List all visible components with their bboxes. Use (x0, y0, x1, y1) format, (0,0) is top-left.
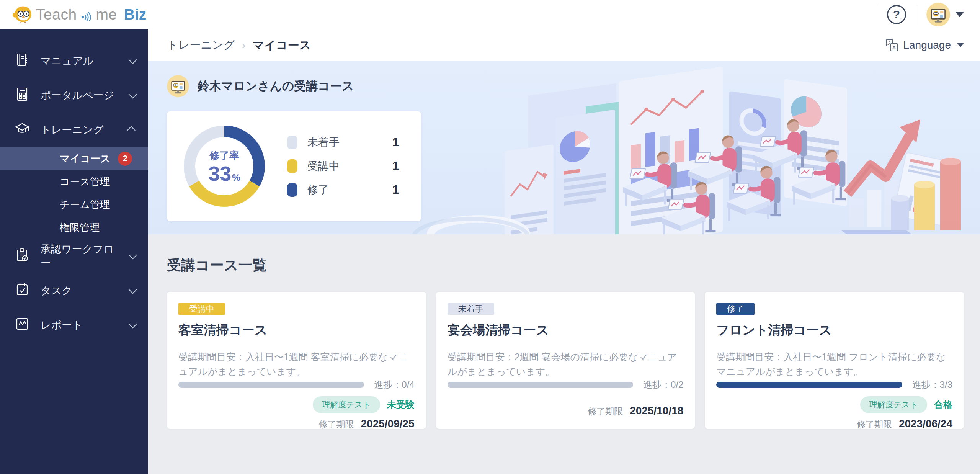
deadline-label: 修了期限 (588, 405, 623, 417)
page-title: 鈴木マロンさんの受講コース (198, 78, 354, 94)
my-courses-count-badge: 2 (118, 152, 132, 166)
course-title[interactable]: フロント清掃コース (716, 322, 952, 339)
course-card-banquet-hall-cleaning[interactable]: 未着手 宴会場清掃コース 受講期間目安：2週間 宴会場の清掃に必要なマニュアルが… (436, 292, 695, 429)
test-result: 合格 (934, 399, 952, 411)
course-description: 受講期間目安：2週間 宴会場の清掃に必要なマニュアルがまとまっています。 (448, 350, 684, 379)
manual-icon (15, 52, 30, 70)
progress-label: 進捗：0/4 (374, 379, 414, 391)
completion-donut: 修了率 33 % (184, 126, 265, 207)
chevron-down-icon (129, 285, 137, 294)
sidebar-item-label: レポート (41, 318, 83, 332)
legend-label: 未着手 (307, 135, 340, 150)
deadline-row: 修了期限 2025/09/25 (178, 418, 415, 430)
deadline-date: 2025/10/18 (630, 405, 683, 417)
hero-content: 鈴木マロンさんの受講コース 修了率 33 % 未着手 (148, 61, 980, 221)
sidebar-item-tasks[interactable]: タスク (0, 273, 148, 308)
comprehension-test-row: 理解度テスト 合格 (716, 396, 952, 413)
legend-chip (287, 183, 297, 197)
sound-wave-icon (81, 8, 92, 21)
course-cards-row: 受講中 客室清掃コース 受講期間目安：入社日〜1週間 客室清掃に必要なマニュアル… (167, 292, 964, 429)
sidebar-item-reports[interactable]: レポート (0, 308, 148, 342)
translate-icon: 文 A (885, 39, 898, 52)
deadline-row: 修了期限 2025/10/18 (448, 405, 684, 417)
status-badge: 受講中 (178, 303, 225, 315)
progress-bar (448, 382, 633, 388)
sidebar-subitem-my-courses[interactable]: マイコース 2 (0, 147, 148, 170)
user-avatar (926, 3, 950, 26)
progress-bar (716, 382, 902, 388)
progress-row: 進捗：3/3 (716, 379, 952, 391)
donut-center-label: 修了率 (209, 149, 239, 162)
account-caret-icon (956, 12, 964, 17)
legend-chip (287, 159, 297, 173)
legend-label: 受講中 (307, 159, 340, 173)
course-card-guest-room-cleaning[interactable]: 受講中 客室清掃コース 受講期間目安：入社日〜1週間 客室清掃に必要なマニュアル… (167, 292, 426, 429)
deadline-label: 修了期限 (319, 418, 354, 430)
training-icon (15, 121, 30, 139)
student-avatar (167, 75, 189, 97)
sidebar-subitem-course-management[interactable]: コース管理 (0, 170, 148, 193)
chevron-up-icon (127, 126, 136, 135)
brand-logo[interactable]: Teach me Biz (12, 4, 146, 25)
legend-value: 1 (392, 136, 399, 149)
sidebar-subitem-team-management[interactable]: チーム管理 (0, 193, 148, 216)
status-badge: 未着手 (448, 303, 494, 315)
progress-label: 進捗：0/2 (643, 379, 683, 391)
sidebar-item-label: マニュアル (41, 54, 93, 68)
language-selector[interactable]: 文 A Language (885, 39, 964, 52)
chevron-down-icon (129, 320, 137, 329)
header-divider (877, 5, 877, 25)
sidebar-item-approval-workflow[interactable]: 承認ワークフロー (0, 239, 148, 273)
course-title[interactable]: 宴会場清掃コース (448, 322, 684, 339)
legend-value: 1 (392, 159, 399, 173)
sidebar-item-manual[interactable]: マニュアル (0, 44, 148, 78)
test-pill: 理解度テスト (860, 396, 927, 413)
portal-icon (15, 87, 30, 105)
chevron-down-icon (129, 56, 137, 64)
comprehension-test-row-empty (448, 396, 684, 400)
legend-chip (287, 136, 297, 149)
course-card-front-desk-cleaning[interactable]: 修了 フロント清掃コース 受講期間目安：入社日〜1週間 フロント清掃に必要なマニ… (705, 292, 964, 429)
workflow-icon (15, 247, 30, 265)
breadcrumb-parent[interactable]: トレーニング (167, 38, 235, 53)
sidebar-nav: マニュアル ポータルページ トレーニング マイコース 2 コ (0, 29, 148, 474)
deadline-row: 修了期限 2023/06/24 (716, 418, 952, 430)
sidebar-subitem-label: マイコース (60, 152, 110, 165)
test-pill: 理解度テスト (313, 396, 380, 413)
status-badge: 修了 (716, 303, 755, 315)
sidebar-item-label: トレーニング (41, 123, 104, 137)
comprehension-test-row: 理解度テスト 未受験 (178, 396, 415, 413)
sidebar-item-label: 承認ワークフロー (41, 242, 118, 270)
sidebar-subitem-label: チーム管理 (60, 198, 110, 211)
progress-row: 進捗：0/4 (178, 379, 415, 391)
legend-row-completed: 修了 1 (287, 183, 399, 197)
sidebar-subitem-label: 権限管理 (60, 221, 100, 234)
task-icon (15, 282, 30, 300)
donut-center-value: 33 (208, 163, 231, 184)
logo-text-me: me (96, 6, 117, 23)
logo-text-biz: Biz (124, 6, 147, 23)
sidebar-item-label: ポータルページ (41, 88, 114, 102)
deadline-date: 2023/06/24 (899, 418, 952, 430)
help-button[interactable]: ? (887, 5, 906, 24)
chevron-down-icon (129, 251, 137, 259)
question-mark-icon: ? (893, 8, 900, 21)
header-actions: ? (867, 0, 964, 29)
test-result: 未受験 (387, 399, 415, 411)
logo-text-teach: Teach (36, 6, 77, 23)
breadcrumb: トレーニング › マイコース (167, 38, 311, 53)
sidebar-item-portal[interactable]: ポータルページ (0, 78, 148, 113)
section-heading: 受講コース一覧 (167, 256, 964, 275)
progress-row: 進捗：0/2 (448, 379, 684, 391)
breadcrumb-separator-icon: › (242, 39, 245, 52)
progress-label: 進捗：3/3 (912, 379, 952, 391)
deadline-label: 修了期限 (857, 418, 892, 430)
topbar: トレーニング › マイコース 文 A Language (148, 29, 980, 61)
completion-stats-card: 修了率 33 % 未着手 1 受講中 (167, 111, 421, 221)
header-divider (916, 5, 916, 25)
sidebar-item-training[interactable]: トレーニング (0, 113, 148, 147)
account-menu[interactable] (926, 3, 964, 26)
course-title[interactable]: 客室清掃コース (178, 322, 415, 339)
chevron-down-icon (129, 90, 137, 99)
sidebar-subitem-permission-management[interactable]: 権限管理 (0, 216, 148, 239)
